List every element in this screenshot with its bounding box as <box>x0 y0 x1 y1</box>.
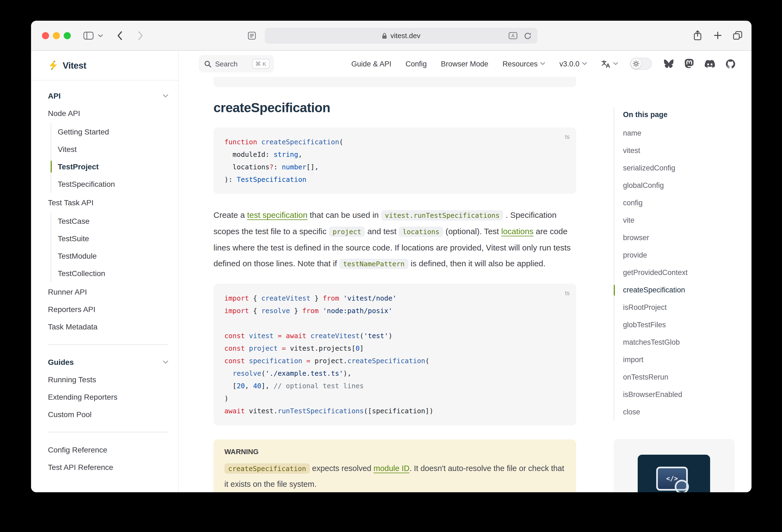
sidebar-item-node-api[interactable]: Node API <box>48 105 168 122</box>
sidebar-section-guides[interactable]: Guides <box>48 353 168 371</box>
page-format-icon[interactable] <box>248 32 256 40</box>
doc-link-locations[interactable]: locations <box>501 226 533 236</box>
sidebar-item-testcase[interactable]: TestCase <box>58 212 168 230</box>
nav-links: Guide & API Config Browser Mode Resource… <box>351 60 587 68</box>
doc-scroll-area[interactable]: createSpecification ts function createSp… <box>179 77 751 492</box>
toc-item-config[interactable]: config <box>623 194 735 212</box>
nav-link-config[interactable]: Config <box>405 60 427 68</box>
toc-item-globalconfig[interactable]: globalConfig <box>623 177 735 194</box>
browser-chrome: vitest.dev A <box>31 21 751 50</box>
toc-item-provide[interactable]: provide <box>623 247 735 264</box>
translate-icon <box>601 60 610 68</box>
back-button[interactable] <box>117 31 122 40</box>
social-links <box>664 59 735 69</box>
sidebar-section-label: Guides <box>48 358 74 366</box>
doc-link-module-id[interactable]: module ID <box>374 464 410 473</box>
code-lang-label: ts <box>565 131 570 143</box>
toc-item-globtestfiles[interactable]: globTestFiles <box>623 316 735 334</box>
share-icon[interactable] <box>693 30 702 41</box>
toc-item-serializedconfig[interactable]: serializedConfig <box>623 159 735 177</box>
doc-text: that can be used in <box>308 210 381 219</box>
search-icon <box>204 60 211 67</box>
chevron-down-icon <box>613 62 618 65</box>
previous-code-block-partial <box>213 77 576 87</box>
toc-item-isbrowserenabled[interactable]: isBrowserEnabled <box>623 386 735 403</box>
minimize-window-button[interactable] <box>53 32 60 39</box>
sidebar-item-testsuite[interactable]: TestSuite <box>58 230 168 247</box>
mastodon-icon[interactable] <box>684 59 694 69</box>
code-line: import { createVitest } from 'vitest/nod… <box>224 292 565 305</box>
sidebar-item-task-metadata[interactable]: Task Metadata <box>48 318 168 335</box>
warning-callout: WARNING createSpecification expects reso… <box>213 439 576 492</box>
sidebar-section-api[interactable]: API <box>48 87 168 105</box>
sidebar-item-extending-reporters[interactable]: Extending Reporters <box>48 388 168 406</box>
toc-item-close[interactable]: close <box>623 403 735 421</box>
code-line: ) <box>224 392 565 404</box>
code-line: moduleId: string, <box>224 148 565 161</box>
browser-window: vitest.dev A <box>31 21 751 492</box>
doc-text: Create a <box>213 210 247 219</box>
toc-item-getprovidedcontext[interactable]: getProvidedContext <box>623 264 735 282</box>
sponsor-card[interactable]: </> <box>614 439 735 492</box>
sidebar-item-running-tests[interactable]: Running Tests <box>48 371 168 388</box>
sidebar-item-test-api-reference[interactable]: Test API Reference <box>48 459 168 476</box>
toc-item-name[interactable]: name <box>623 125 735 142</box>
tab-overview-icon[interactable] <box>733 31 742 40</box>
toc-item-ontestsrerun[interactable]: onTestsRerun <box>623 369 735 386</box>
forward-button[interactable] <box>138 31 143 40</box>
github-icon[interactable] <box>726 59 735 68</box>
doc-text: and test <box>365 226 399 236</box>
docs-sidebar: Vitest APINode APIGetting StartedVitestT… <box>31 50 179 492</box>
code-line: await vitest.runTestSpecifications([spec… <box>224 404 565 417</box>
nav-link-browser-mode[interactable]: Browser Mode <box>441 60 488 68</box>
sidebar-item-testspecification[interactable]: TestSpecification <box>58 175 168 193</box>
nav-dropdown-resources[interactable]: Resources <box>502 60 545 68</box>
toc-item-vite[interactable]: vite <box>623 212 735 229</box>
close-window-button[interactable] <box>42 32 49 39</box>
zoom-window-button[interactable] <box>64 32 71 39</box>
new-tab-icon[interactable] <box>714 32 721 39</box>
bluesky-icon[interactable] <box>664 59 674 68</box>
sidebar-item-testproject[interactable]: TestProject <box>58 158 168 175</box>
sidebar-item-config-reference[interactable]: Config Reference <box>48 441 168 459</box>
toc-item-vitest[interactable]: vitest <box>623 142 735 159</box>
sidebar-item-testmodule[interactable]: TestModule <box>58 247 168 264</box>
sidebar-item-getting-started[interactable]: Getting Started <box>58 123 168 141</box>
code-lang-label: ts <box>565 287 570 299</box>
sidebar-item-runner-api[interactable]: Runner API <box>48 283 168 300</box>
toc-item-import[interactable]: import <box>623 351 735 369</box>
screen: vitest.dev A <box>0 0 782 532</box>
sidebar-item-test-task-api[interactable]: Test Task API <box>48 194 168 211</box>
doc-paragraph: Create a test specification that can be … <box>213 207 576 272</box>
nav-dropdown-version[interactable]: v3.0.0 <box>559 60 587 68</box>
code-lines: import { createVitest } from 'vitest/nod… <box>224 292 565 417</box>
language-menu[interactable] <box>601 60 618 68</box>
sun-icon <box>633 61 639 67</box>
discord-icon[interactable] <box>705 60 715 68</box>
sidebar-menu-chevron-icon[interactable] <box>98 34 103 38</box>
sidebar-item-vitest[interactable]: Vitest <box>58 141 168 158</box>
nav-link-guide-api[interactable]: Guide & API <box>351 60 391 68</box>
code-line: [20, 40], // optional test lines <box>224 380 565 392</box>
page-title: createSpecification <box>213 100 576 115</box>
theme-toggle[interactable] <box>630 58 652 70</box>
sidebar-item-custom-pool[interactable]: Custom Pool <box>48 406 168 423</box>
toc-item-matchestestglob[interactable]: matchesTestGlob <box>623 334 735 351</box>
doc-text: expects resolved <box>310 464 374 473</box>
sidebar-toggle-icon[interactable] <box>83 32 94 40</box>
sidebar-item-testcollection[interactable]: TestCollection <box>58 264 168 282</box>
code-line: import { resolve } from 'node:path/posix… <box>224 305 565 317</box>
code-glyph: </> <box>666 475 678 483</box>
search-button[interactable]: Search ⌘ K <box>199 55 274 72</box>
reload-icon[interactable] <box>524 32 532 39</box>
vitest-home-link[interactable]: Vitest <box>31 50 178 80</box>
address-bar[interactable]: vitest.dev A <box>265 28 537 43</box>
inline-code: createSpecification <box>224 463 310 474</box>
toc-item-createspecification[interactable]: createSpecification <box>623 282 735 299</box>
toc-item-isrootproject[interactable]: isRootProject <box>623 299 735 316</box>
vitest-logo-icon <box>48 61 58 70</box>
doc-link-test-specification[interactable]: test specification <box>247 210 308 219</box>
translate-icon[interactable]: A <box>509 32 517 39</box>
sidebar-item-reporters-api[interactable]: Reporters API <box>48 300 168 318</box>
toc-item-browser[interactable]: browser <box>623 229 735 247</box>
